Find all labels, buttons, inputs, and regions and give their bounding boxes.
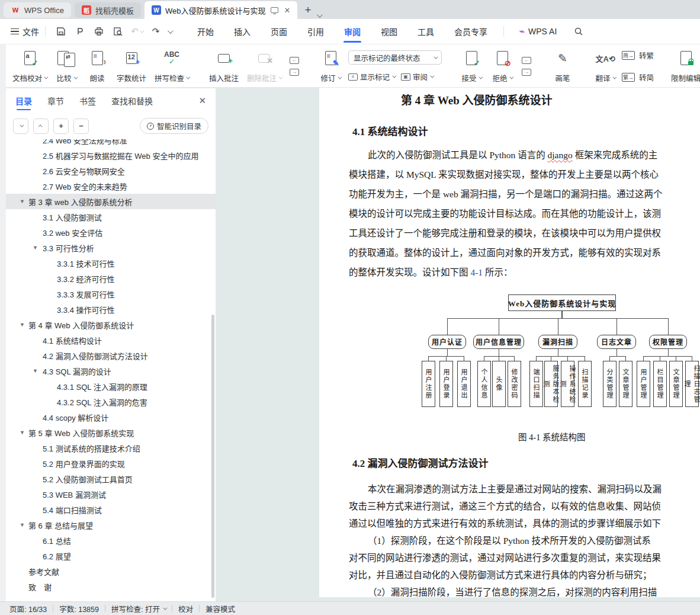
export-pdf-button[interactable] xyxy=(72,24,88,39)
cast-screen-icon[interactable] xyxy=(271,7,278,13)
menu-member[interactable]: 会员专享 xyxy=(444,19,497,44)
toc-item[interactable]: ▼第 6 章 总结与展望 xyxy=(6,517,216,533)
track-changes-button[interactable]: ≡✎ 修订 xyxy=(315,48,346,85)
next-change-button[interactable]: → xyxy=(520,68,533,77)
tab-list-chevron-icon[interactable] xyxy=(317,12,323,18)
next-comment-button[interactable]: → xyxy=(288,68,301,77)
save-button[interactable] xyxy=(53,24,69,39)
toc-item[interactable]: 4.3.1 SQL 注入漏洞的原理 xyxy=(6,379,216,394)
collapse-all-button[interactable] xyxy=(13,118,28,134)
undo-button[interactable]: ↶ xyxy=(129,24,145,39)
collapse-triangle-icon[interactable]: ▼ xyxy=(33,368,38,374)
menu-review[interactable]: 审阅 xyxy=(334,19,371,44)
toc-item[interactable]: 4.1 系统结构设计 xyxy=(6,332,216,348)
zoom-in-toc-button[interactable]: + xyxy=(53,118,69,134)
close-sidebar-icon[interactable]: ✕ xyxy=(198,95,206,106)
restrict-editing-button[interactable]: 限制编辑 xyxy=(667,48,700,85)
collapse-triangle-icon[interactable]: ▼ xyxy=(20,430,25,435)
menu-tools[interactable]: 工具 xyxy=(407,19,444,44)
toc-item[interactable]: ▼第 3 章 web 入侵防御系统分析 xyxy=(6,194,216,209)
review-pane-button[interactable]: ▣ 审阅 xyxy=(401,71,433,82)
menu-insert[interactable]: 插入 xyxy=(224,19,261,44)
toc-item[interactable]: 2.4 Web 安全法规与标准 xyxy=(6,139,216,148)
reject-button[interactable]: ⊘ 拒绝 xyxy=(487,48,518,85)
toc-item[interactable]: 3.1 入侵防御测试 xyxy=(6,209,216,225)
word-count-button[interactable]: 12+ 字数统计 xyxy=(113,48,150,85)
previous-change-button[interactable]: ← xyxy=(520,56,533,65)
spell-check-indicator[interactable]: 拼写检查: 打开 xyxy=(111,603,166,614)
toc-item[interactable]: 3.3.3 发展可行性 xyxy=(6,286,216,302)
toc-item[interactable]: 3.3.4 操作可行性 xyxy=(6,302,216,317)
print-preview-button[interactable] xyxy=(110,24,126,39)
word-count-indicator[interactable]: 字数: 13859 xyxy=(59,603,99,614)
collapse-triangle-icon[interactable]: ▼ xyxy=(20,522,25,528)
accept-button[interactable]: ✓ 接受 xyxy=(456,48,487,85)
compare-button[interactable]: ⇄ 比较 xyxy=(51,48,82,85)
sidebar-tab-toc[interactable]: 目录 xyxy=(15,88,32,113)
doc-proofing-button[interactable]: a✓ 文档校对 xyxy=(8,48,51,85)
file-menu-button[interactable]: 文件 xyxy=(11,25,39,37)
sidebar-tab-find-replace[interactable]: 查找和替换 xyxy=(111,88,153,113)
show-markup-button[interactable]: ≡ 显示标记 xyxy=(348,71,395,82)
toc-item[interactable]: 3.3.2 经济可行性 xyxy=(6,271,216,286)
redo-button[interactable]: ↷ xyxy=(148,24,163,39)
toc-item[interactable]: 5.2 用户登录界面的实现 xyxy=(6,456,216,471)
tab-wps-home[interactable]: W WPS Office xyxy=(4,2,71,18)
toc-item[interactable]: 4.3.2 SQL 注入漏洞的危害 xyxy=(6,394,216,409)
toc-item[interactable]: 3.2 web 安全评估 xyxy=(6,225,216,240)
toc-item[interactable]: 6.1 总结 xyxy=(6,533,216,548)
toc-item[interactable]: ▼第 4 章 Web 入侵防御系统设计 xyxy=(6,317,216,332)
toc-item[interactable]: 4.2 漏洞入侵防御测试方法设计 xyxy=(6,348,216,363)
toc-item[interactable]: 3.3.1 技术可行性 xyxy=(6,255,216,271)
toc-item[interactable]: 5.4 端口扫描测试 xyxy=(6,502,216,517)
zoom-out-toc-button[interactable]: − xyxy=(73,118,89,134)
previous-comment-button[interactable]: ← xyxy=(288,56,301,65)
page-indicator[interactable]: 页面: 16/33 xyxy=(9,603,47,614)
toc-item[interactable]: 2.7 Web 安全的未来趋势 xyxy=(6,178,216,194)
new-tab-button[interactable]: + xyxy=(304,4,311,17)
toc-item[interactable]: 5.1 测试系统的搭建技术介绍 xyxy=(6,440,216,456)
toc-item[interactable]: ▼3.3 可行性分析 xyxy=(6,240,216,255)
spell-check-button[interactable]: ABC✓ 拼写检查 xyxy=(150,48,193,85)
wps-ai-button[interactable]: ⌁ WPS AI xyxy=(519,26,557,37)
menu-reference[interactable]: 引用 xyxy=(297,19,334,44)
menu-view[interactable]: 视图 xyxy=(371,19,407,44)
document-page[interactable]: 第 4 章 Web 入侵防御系统设计 4.1 系统结构设计 此次的入侵防御测试工… xyxy=(319,88,700,597)
toc-item[interactable]: 5.3 WEB 漏洞测试 xyxy=(6,486,216,502)
sidebar-scrollbar[interactable] xyxy=(211,315,214,598)
toc-item[interactable]: 参考文献 xyxy=(6,563,216,579)
read-aloud-button[interactable]: ≡ʾ⁾ 朗读 xyxy=(82,48,113,85)
toc-item[interactable]: 2.5 机器学习与数据挖掘在 Web 安全中的应用 xyxy=(6,148,216,163)
toc-item[interactable]: 4.4 scopy 解析设计 xyxy=(6,409,216,425)
to-traditional-button[interactable]: 简→转繁 xyxy=(622,50,654,61)
search-icon[interactable] xyxy=(571,24,586,39)
smart-toc-button[interactable]: 智能识别目录 xyxy=(140,118,208,134)
toc-item[interactable]: ▼4.3 SQL 漏洞的设计 xyxy=(6,363,216,379)
proofing-button[interactable]: 校对 xyxy=(178,603,193,614)
expand-all-button[interactable] xyxy=(33,118,49,134)
to-simplified-button[interactable]: 繁→转简 xyxy=(622,72,654,83)
translate-button[interactable]: 文A⟲ 翻译 xyxy=(590,48,621,85)
toc-item[interactable]: 5.2 入侵防御测试工具首页 xyxy=(6,471,216,486)
menu-page[interactable]: 页面 xyxy=(261,19,297,44)
delete-comment-button[interactable]: ✕ 删除批注 xyxy=(243,48,285,85)
menu-home[interactable]: 开始 xyxy=(187,19,224,44)
toc-item[interactable]: 2.6 云安全与物联网安全 xyxy=(6,163,216,178)
brush-button[interactable]: ✎ 画笔 xyxy=(547,48,578,85)
toc-item[interactable]: ▼第 5 章 Web 入侵防御系统实现 xyxy=(6,425,216,440)
markup-state-dropdown[interactable]: 显示标记的最终状态 xyxy=(348,50,442,65)
tab-docer[interactable]: 稻 找稻壳模板 xyxy=(75,2,141,18)
sidebar-tab-bookmarks[interactable]: 书签 xyxy=(79,88,96,113)
figure-reference[interactable]: 4-1 xyxy=(470,267,483,277)
tab-document[interactable]: W Web入侵防御系统设计与实现 ✕ xyxy=(145,1,297,19)
collapse-triangle-icon[interactable]: ▼ xyxy=(20,322,25,328)
sidebar-tab-chapters[interactable]: 章节 xyxy=(47,88,64,113)
print-button[interactable] xyxy=(91,24,107,39)
toc-item[interactable]: 致 谢 xyxy=(6,579,216,594)
close-tab-icon[interactable]: ✕ xyxy=(284,6,290,15)
quickbar-chevron-icon[interactable] xyxy=(168,28,174,34)
insert-comment-button[interactable]: + 插入批注 xyxy=(205,48,243,85)
toc-item[interactable]: 6.2 展望 xyxy=(6,548,216,563)
collapse-triangle-icon[interactable]: ▼ xyxy=(33,245,38,251)
collapse-triangle-icon[interactable]: ▼ xyxy=(20,198,25,204)
